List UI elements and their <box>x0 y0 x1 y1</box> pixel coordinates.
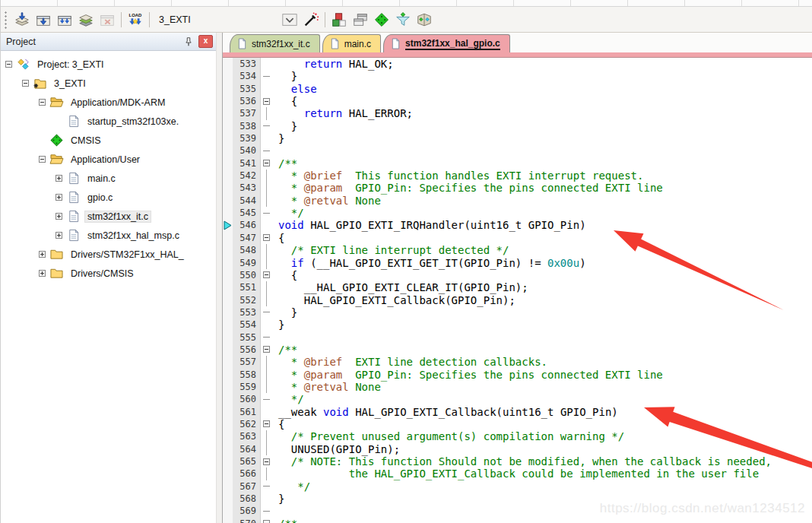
code-text[interactable]: return HAL_OK; <box>274 58 394 70</box>
bookmark-margin[interactable] <box>223 207 233 219</box>
code-text[interactable]: else <box>274 83 317 95</box>
code-editor[interactable]: 533 return HAL_OK;534 }535 else536 {537 … <box>223 58 812 523</box>
tree-item-gpio-c[interactable]: gpio.c <box>1 188 216 207</box>
code-text[interactable]: } <box>274 493 284 505</box>
tree-item-stm32f1xx-it-c[interactable]: stm32f1xx_it.c <box>1 207 216 226</box>
bookmark-margin[interactable] <box>223 356 233 368</box>
code-line[interactable]: 567 */ <box>223 480 812 493</box>
code-text[interactable]: { <box>274 418 284 430</box>
tree-item-drivers-stm32f1xx-hal-[interactable]: Drivers/STM32F1xx_HAL_ <box>1 245 216 264</box>
code-line[interactable]: 535 else <box>223 83 812 95</box>
bookmark-margin[interactable] <box>223 107 233 119</box>
collapse-icon[interactable] <box>22 80 29 87</box>
bookmark-margin[interactable] <box>223 369 233 381</box>
code-text[interactable]: * @brief EXTI line detection callbacks. <box>274 356 547 368</box>
fold-collapse-box[interactable] <box>263 458 270 465</box>
code-line[interactable]: 539} <box>223 132 812 144</box>
code-text[interactable]: */ <box>274 480 310 493</box>
bookmark-margin[interactable] <box>223 95 233 107</box>
code-line[interactable]: 559 * @retval None <box>223 381 812 393</box>
tree-item-application-mdk-arm[interactable]: Application/MDK-ARM <box>1 93 216 112</box>
code-text[interactable]: { <box>274 269 297 281</box>
code-line[interactable]: 555 <box>223 331 812 344</box>
code-text[interactable]: * @param GPIO_Pin: Specifies the pins co… <box>274 182 663 194</box>
code-line[interactable]: 570/** <box>223 518 812 523</box>
fold-collapse-box[interactable] <box>263 520 270 523</box>
code-line[interactable]: 543 * @param GPIO_Pin: Specifies the pin… <box>223 182 812 194</box>
fold-margin[interactable] <box>261 269 274 281</box>
manage-rte-button[interactable] <box>371 10 392 30</box>
bookmark-margin[interactable] <box>223 294 233 306</box>
code-line[interactable]: 550 { <box>223 269 812 281</box>
code-text[interactable]: /* EXTI line interrupt detected */ <box>274 244 509 256</box>
line-number[interactable]: 566 <box>233 468 261 480</box>
code-text[interactable]: HAL_GPIO_EXTI_Callback(GPIO_Pin); <box>274 294 515 306</box>
code-line[interactable]: 538 } <box>223 120 812 132</box>
code-text[interactable]: /** <box>274 344 297 356</box>
bookmark-margin[interactable] <box>223 393 233 405</box>
code-line[interactable]: 547{ <box>223 232 812 244</box>
code-text[interactable]: * @retval None <box>274 381 381 393</box>
expand-icon[interactable] <box>56 175 62 182</box>
code-line[interactable]: 560 */ <box>223 393 812 405</box>
fold-collapse-box[interactable] <box>263 160 270 166</box>
fold-collapse-box[interactable] <box>263 234 270 241</box>
pack-installer-button[interactable] <box>414 10 435 30</box>
line-number[interactable]: 560 <box>233 393 261 405</box>
bookmark-margin[interactable] <box>223 70 233 82</box>
fold-margin[interactable] <box>261 157 274 170</box>
line-number[interactable]: 549 <box>233 257 261 269</box>
code-text[interactable]: * @retval None <box>274 195 381 207</box>
code-line[interactable]: 562{ <box>223 418 812 430</box>
batch-build-button[interactable] <box>75 10 97 30</box>
bookmark-margin[interactable] <box>223 120 233 132</box>
line-number[interactable]: 539 <box>233 132 261 144</box>
line-number[interactable]: 556 <box>233 344 261 356</box>
line-number[interactable]: 557 <box>233 356 261 368</box>
build-button[interactable] <box>33 10 54 30</box>
code-text[interactable]: /* Prevent unused argument(s) compilatio… <box>274 430 624 442</box>
code-line[interactable]: 557 * @brief EXTI line detection callbac… <box>223 356 812 368</box>
code-line[interactable]: 537 return HAL_ERROR; <box>223 107 812 119</box>
code-line[interactable]: 556/** <box>223 344 812 356</box>
bookmark-margin[interactable] <box>223 430 233 442</box>
tree-item-project-3-exti[interactable]: Project: 3_EXTI <box>1 55 216 74</box>
code-line[interactable]: 544 * @retval None <box>223 195 812 207</box>
code-text[interactable]: { <box>274 95 297 107</box>
line-number[interactable]: 536 <box>233 95 261 107</box>
bookmark-margin[interactable] <box>223 157 233 170</box>
line-number[interactable]: 554 <box>233 319 261 331</box>
bookmark-margin[interactable] <box>223 480 233 493</box>
rebuild-button[interactable] <box>54 10 75 30</box>
tree-item-stm32f1xx-hal-msp-c[interactable]: stm32f1xx_hal_msp.c <box>1 226 216 245</box>
bookmark-margin[interactable] <box>223 406 233 418</box>
line-number[interactable]: 568 <box>233 493 261 505</box>
tab-stm32f1xx_hal_gpio.c[interactable]: stm32f1xx_hal_gpio.c <box>383 34 510 52</box>
code-text[interactable]: /** <box>274 518 297 523</box>
stop-build-button[interactable] <box>97 10 118 30</box>
bookmark-margin[interactable] <box>223 257 233 269</box>
code-line[interactable]: 554} <box>223 319 812 331</box>
code-text[interactable]: } <box>274 132 284 144</box>
line-number[interactable]: 538 <box>233 120 261 132</box>
fold-margin[interactable] <box>261 232 274 244</box>
code-line[interactable]: 548 /* EXTI line interrupt detected */ <box>223 244 812 256</box>
fold-collapse-box[interactable] <box>263 346 270 353</box>
fold-margin[interactable] <box>261 344 274 356</box>
toolbar-grip-handle[interactable] <box>4 11 8 29</box>
tree-item-cmsis[interactable]: CMSIS <box>1 131 216 150</box>
line-number[interactable]: 546 <box>233 219 261 231</box>
bookmark-margin[interactable] <box>223 269 233 281</box>
expand-icon[interactable] <box>39 270 46 277</box>
line-number[interactable]: 540 <box>233 144 261 157</box>
bookmark-margin[interactable] <box>223 443 233 455</box>
tree-item-main-c[interactable]: main.c <box>1 169 216 188</box>
expand-icon[interactable] <box>56 194 62 201</box>
code-text[interactable]: } <box>274 306 297 319</box>
tree-item-startup-stm32f103xe-[interactable]: startup_stm32f103xe. <box>1 112 216 131</box>
bookmark-margin[interactable] <box>223 170 233 182</box>
select-software-packs-button[interactable] <box>392 10 414 30</box>
code-line[interactable]: 534 } <box>223 70 812 82</box>
fold-margin[interactable] <box>261 418 274 430</box>
line-number[interactable]: 542 <box>233 170 261 182</box>
